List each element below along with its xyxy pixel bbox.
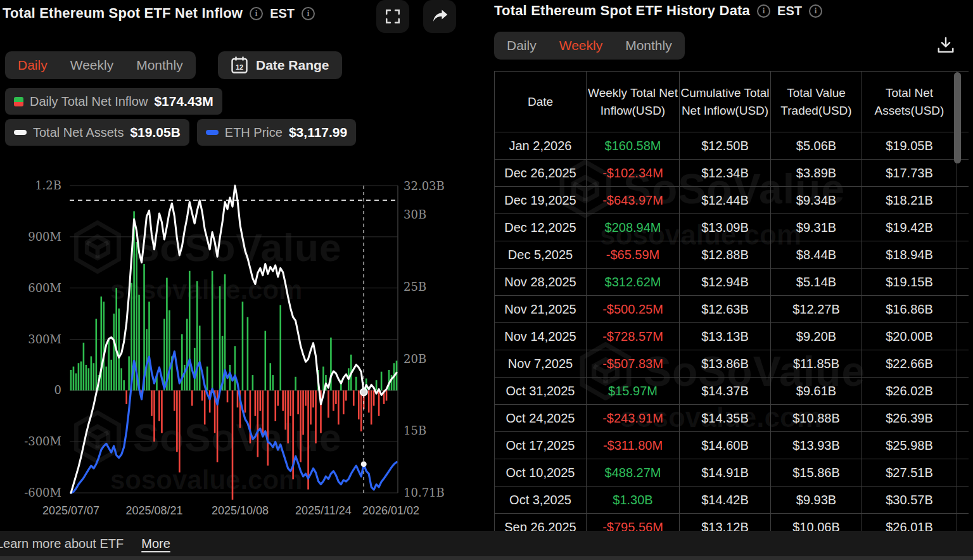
- cell-value-traded: $10.88B: [771, 405, 862, 432]
- cell-net-assets: $18.21B: [862, 187, 957, 214]
- table-row: Oct 24,2025-$243.91M$14.35B$10.88B$26.39…: [495, 405, 969, 432]
- cell-net-assets: $26.39B: [862, 405, 957, 432]
- cell-cumulative-inflow: $14.60B: [680, 432, 771, 459]
- legend-row-2: Total Net Assets $19.05B ETH Price $3,11…: [5, 119, 356, 146]
- fullscreen-button[interactable]: [376, 0, 409, 33]
- table-panel-title: Total Ethereum Spot ETF History Data: [494, 3, 750, 19]
- svg-text:-300M: -300M: [24, 435, 61, 448]
- svg-text:10.71B: 10.71B: [404, 486, 445, 499]
- svg-text:32.03B: 32.03B: [404, 179, 445, 193]
- svg-text:-600M: -600M: [24, 486, 61, 499]
- cell-cumulative-inflow: $13.12B: [680, 514, 771, 531]
- cell-cumulative-inflow: $14.35B: [680, 405, 771, 432]
- cell-weekly-inflow: -$65.59M: [587, 241, 680, 269]
- cell-value-traded: $15.86B: [771, 459, 862, 487]
- table-row: Oct 31,2025$15.97M$14.37B$9.61B$26.02B: [495, 378, 969, 405]
- cell-value-traded: $11.85B: [771, 350, 862, 378]
- table-period-tabs: Daily Weekly Monthly: [494, 32, 685, 60]
- info-icon[interactable]: i: [809, 4, 822, 18]
- net-inflow-chart-panel: Total Ethereum Spot ETF Net Inflow i EST…: [0, 0, 481, 531]
- scroll-gutter: [957, 405, 969, 432]
- cell-cumulative-inflow: $12.34B: [680, 160, 771, 187]
- cell-date: Nov 14,2025: [495, 323, 587, 350]
- svg-text:20B: 20B: [404, 352, 426, 366]
- tab-weekly[interactable]: Weekly: [559, 38, 602, 53]
- cell-weekly-inflow: -$500.25M: [587, 296, 680, 323]
- date-range-button[interactable]: 12 Date Range: [218, 51, 342, 79]
- scroll-gutter: [957, 350, 969, 378]
- tab-daily[interactable]: Daily: [507, 38, 537, 53]
- cell-cumulative-inflow: $12.50B: [680, 132, 771, 160]
- svg-text:2025/07/07: 2025/07/07: [42, 504, 99, 517]
- date-range-label: Date Range: [256, 58, 329, 73]
- download-icon: [936, 36, 955, 55]
- tab-monthly[interactable]: Monthly: [136, 58, 183, 73]
- table-scrollbar-thumb[interactable]: [954, 72, 961, 163]
- scroll-gutter: [957, 487, 969, 514]
- cell-cumulative-inflow: $13.09B: [680, 214, 771, 241]
- cell-weekly-inflow: $312.62M: [587, 269, 680, 296]
- cell-cumulative-inflow: $13.86B: [680, 350, 771, 378]
- cell-date: Sep 26,2025: [495, 514, 587, 531]
- tab-monthly[interactable]: Monthly: [625, 38, 672, 53]
- footer-bar: Learn more about ETF More: [0, 531, 973, 556]
- svg-text:12: 12: [236, 63, 243, 71]
- legend-total-net-assets[interactable]: Total Net Assets $19.05B: [5, 119, 189, 146]
- legend-value: $174.43M: [154, 94, 213, 109]
- cell-date: Oct 17,2025: [495, 432, 587, 459]
- cell-cumulative-inflow: $14.91B: [680, 459, 771, 487]
- svg-text:15B: 15B: [404, 424, 426, 437]
- cell-net-assets: $25.98B: [862, 432, 957, 459]
- bottom-divider: [0, 556, 973, 560]
- cell-weekly-inflow: -$507.83M: [587, 350, 680, 378]
- tab-daily[interactable]: Daily: [18, 58, 48, 73]
- scroll-gutter: [957, 214, 969, 241]
- table-row: Jan 2,2026$160.58M$12.50B$5.06B$19.05B: [495, 132, 969, 160]
- cell-weekly-inflow: $488.27M: [587, 459, 680, 487]
- share-icon: [431, 8, 448, 25]
- legend-daily-net-inflow[interactable]: Daily Total Net Inflow $174.43M: [5, 88, 222, 115]
- history-data-panel: Total Ethereum Spot ETF History Data i E…: [488, 0, 973, 531]
- cell-cumulative-inflow: $12.88B: [680, 241, 771, 269]
- info-icon[interactable]: i: [302, 7, 315, 20]
- cell-value-traded: $12.27B: [771, 296, 862, 323]
- info-icon[interactable]: i: [250, 7, 263, 20]
- table-row: Dec 12,2025$208.94M$13.09B$9.31B$19.42B: [495, 214, 969, 241]
- legend-label: Total Net Assets: [33, 125, 124, 140]
- cell-date: Dec 12,2025: [495, 214, 587, 241]
- cell-net-assets: $17.73B: [862, 160, 957, 187]
- footer-more-link[interactable]: More: [141, 537, 170, 551]
- cell-date: Oct 10,2025: [495, 459, 587, 487]
- svg-text:25B: 25B: [404, 280, 426, 293]
- info-icon[interactable]: i: [757, 4, 770, 18]
- history-data-table: DateWeekly Total Net Inflow(USD)Cumulati…: [494, 71, 969, 531]
- table-row: Dec 19,2025-$643.97M$12.44B$9.34B$18.21B: [495, 187, 969, 214]
- cell-value-traded: $9.61B: [771, 378, 862, 405]
- legend-label: Daily Total Net Inflow: [30, 94, 148, 109]
- chart-plot-area[interactable]: [70, 186, 398, 493]
- cell-date: Dec 26,2025: [495, 160, 587, 187]
- svg-text:900M: 900M: [28, 230, 61, 243]
- table-row: Nov 7,2025-$507.83M$13.86B$11.85B$22.66B: [495, 350, 969, 378]
- cell-net-assets: $30.57B: [862, 487, 957, 514]
- cell-weekly-inflow: $1.30B: [587, 487, 680, 514]
- legend-value: $19.05B: [130, 125, 180, 140]
- download-button[interactable]: [931, 32, 960, 60]
- tab-weekly[interactable]: Weekly: [70, 58, 113, 73]
- cell-net-assets: $20.00B: [862, 323, 957, 350]
- cell-date: Nov 21,2025: [495, 296, 587, 323]
- share-button[interactable]: [423, 0, 456, 33]
- svg-text:0: 0: [54, 383, 61, 397]
- svg-text:300M: 300M: [28, 333, 61, 346]
- cell-value-traded: $9.93B: [771, 487, 862, 514]
- chart-title-row: Total Ethereum Spot ETF Net Inflow i EST…: [3, 5, 315, 22]
- table-header-row: DateWeekly Total Net Inflow(USD)Cumulati…: [495, 72, 969, 132]
- blue-line-swatch-icon: [206, 130, 219, 135]
- cell-date: Oct 24,2025: [495, 405, 587, 432]
- legend-eth-price[interactable]: ETH Price $3,117.99: [197, 119, 356, 146]
- cell-weekly-inflow: -$311.80M: [587, 432, 680, 459]
- cell-cumulative-inflow: $13.13B: [680, 323, 771, 350]
- scroll-gutter: [957, 296, 969, 323]
- cell-weekly-inflow: $160.58M: [587, 132, 680, 160]
- cell-net-assets: $22.66B: [862, 350, 957, 378]
